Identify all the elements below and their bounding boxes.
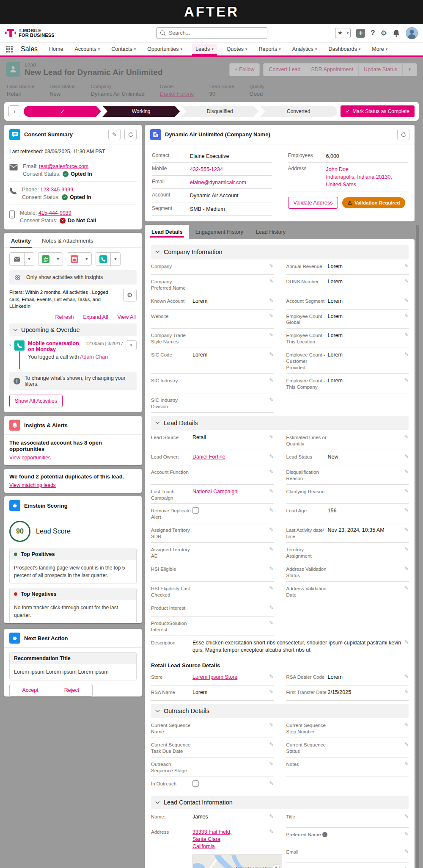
follow-button[interactable]: + Follow — [229, 63, 260, 76]
activity-settings-gear-icon[interactable]: ⚙ — [123, 289, 137, 301]
expand-all-link[interactable]: Expand All — [83, 314, 108, 320]
edit-pencil-icon[interactable]: ✎ — [269, 566, 273, 572]
accept-button[interactable]: Accept — [10, 684, 51, 696]
more-actions-caret-icon[interactable]: ▼ — [402, 64, 417, 76]
edit-pencil-icon[interactable]: ✎ — [269, 829, 273, 835]
edit-pencil-icon[interactable]: ✎ — [269, 434, 273, 440]
edit-pencil-icon[interactable]: ✎ — [269, 397, 273, 403]
edit-pencil-icon[interactable]: ✎ — [269, 527, 273, 533]
edit-pencil-icon[interactable]: ✎ — [269, 761, 273, 767]
edit-pencil-icon[interactable]: ✎ — [404, 831, 409, 837]
edit-pencil-icon[interactable]: ✎ — [404, 377, 409, 383]
nav-item-contacts[interactable]: Contacts▾ — [110, 44, 137, 54]
path-stage-complete[interactable]: ✓ — [24, 106, 101, 117]
edit-pencil-icon[interactable]: ✎ — [404, 674, 409, 680]
nav-item-quotes[interactable]: Quotes▾ — [225, 44, 249, 54]
nav-item-leads[interactable]: Leads▾ — [192, 44, 217, 55]
insights-filter-toggle[interactable]: Only show activities with insights — [9, 270, 137, 285]
path-stage-converted[interactable]: Converted — [260, 106, 337, 117]
refresh-icon[interactable] — [124, 129, 137, 140]
notifications-bell-icon[interactable] — [393, 29, 400, 37]
address-link[interactable]: John Doe Indianapolis, Indiana 20130, Un… — [326, 166, 392, 188]
dropdown-caret-icon[interactable]: ▼ — [53, 253, 63, 265]
edit-pencil-icon[interactable]: ✎ — [404, 298, 409, 304]
section-outreach-details[interactable]: Outreach Details — [151, 704, 409, 718]
tab-lead-details[interactable]: Lead Details — [145, 225, 189, 239]
mobile-link[interactable]: 432-555-1234 — [190, 166, 223, 173]
edit-pencil-icon[interactable]: ✎ — [108, 129, 121, 140]
edit-pencil-icon[interactable]: ✎ — [404, 434, 409, 440]
edit-pencil-icon[interactable]: ✎ — [404, 488, 409, 494]
address-link[interactable]: 33333 Fail Field, Santa Clara California — [192, 829, 266, 850]
dropdown-caret-icon[interactable]: ▼ — [82, 253, 91, 265]
favorites-star-icon[interactable]: ★ — [335, 29, 345, 37]
edit-pencil-icon[interactable]: ✎ — [404, 849, 409, 854]
nav-item-home[interactable]: Home — [47, 44, 65, 54]
view-opportunities-link[interactable]: View opportunities — [9, 455, 51, 461]
dropdown-caret-icon[interactable]: ▼ — [24, 253, 34, 265]
nav-item-opportunities[interactable]: Opportunities▾ — [146, 44, 184, 54]
edit-pencil-icon[interactable]: ✎ — [404, 585, 409, 591]
edit-pencil-icon[interactable]: ✎ — [269, 507, 273, 513]
edit-pencil-icon[interactable]: ✎ — [269, 313, 273, 319]
edit-pencil-icon[interactable]: ✎ — [269, 377, 273, 383]
checkbox[interactable] — [192, 780, 199, 787]
edit-pencil-icon[interactable]: ✎ — [404, 313, 409, 319]
email-link[interactable]: elaine@dynamicair.com — [190, 179, 246, 186]
nav-item-analytics[interactable]: Analytics▾ — [291, 44, 319, 54]
email-link[interactable]: test@salesforce.com — [39, 163, 88, 169]
edit-pencil-icon[interactable]: ✎ — [404, 332, 409, 338]
tab-activity[interactable]: Activity — [10, 233, 32, 248]
edit-pencil-icon[interactable]: ✎ — [404, 639, 409, 645]
edit-pencil-icon[interactable]: ✎ — [404, 453, 409, 459]
edit-pencil-icon[interactable]: ✎ — [404, 761, 409, 767]
section-lead-details[interactable]: Lead Details — [151, 416, 409, 430]
user-avatar[interactable] — [406, 27, 418, 39]
edit-pencil-icon[interactable]: ✎ — [269, 546, 273, 552]
edit-pencil-icon[interactable]: ✎ — [404, 527, 409, 533]
edit-pencil-icon[interactable]: ✎ — [269, 278, 273, 284]
edit-pencil-icon[interactable]: ✎ — [404, 507, 409, 513]
scrollbar[interactable] — [416, 225, 419, 868]
view-all-link[interactable]: View All — [117, 314, 136, 320]
nav-item-reports[interactable]: Reports▾ — [257, 44, 283, 54]
expand-chevron-icon[interactable]: › — [9, 342, 11, 369]
edit-pencil-icon[interactable]: ✎ — [269, 351, 273, 357]
reject-button[interactable]: Reject — [51, 684, 92, 696]
convert-lead-button[interactable]: Convert Lead — [264, 64, 305, 76]
address-map[interactable]: Avocado Lake Park Temporarily closed Kin… — [192, 854, 282, 868]
setup-gear-icon[interactable]: ⚙ — [381, 29, 387, 38]
sdr-appointment-button[interactable]: SDR Appointment — [306, 64, 358, 76]
validate-address-button[interactable]: Validate Address — [288, 197, 338, 209]
nav-item-accounts[interactable]: Accounts▾ — [73, 44, 102, 54]
log-call-button[interactable]: ▼ — [96, 252, 121, 266]
search-input[interactable] — [157, 27, 267, 39]
upcoming-overdue-section[interactable]: Upcoming & Overdue — [9, 323, 137, 336]
app-launcher-icon[interactable] — [6, 46, 13, 53]
edit-pencil-icon[interactable]: ✎ — [404, 813, 409, 819]
path-stage-disqualified[interactable]: Disqualified — [181, 106, 258, 117]
favorites-caret-icon[interactable]: ▾ — [345, 31, 351, 35]
checkbox[interactable] — [192, 507, 199, 514]
edit-pencil-icon[interactable]: ✎ — [269, 332, 273, 338]
favorites-control[interactable]: ★ ▾ — [335, 28, 351, 38]
edit-pencil-icon[interactable]: ✎ — [404, 722, 409, 728]
activity-title-link[interactable]: Mobile conversation on Monday — [28, 340, 83, 352]
view-matching-leads-link[interactable]: View matching leads — [9, 482, 56, 488]
edit-pencil-icon[interactable]: ✎ — [404, 741, 409, 747]
edit-pencil-icon[interactable]: ✎ — [404, 351, 409, 357]
edit-pencil-icon[interactable]: ✎ — [269, 741, 273, 747]
tab-notes-attachments[interactable]: Notes & Attachments — [41, 233, 94, 247]
edit-pencil-icon[interactable]: ✎ — [269, 585, 273, 591]
edit-pencil-icon[interactable]: ✎ — [269, 488, 273, 494]
tab-engagement-history[interactable]: Engagement History — [189, 225, 250, 239]
contact-link[interactable]: Adam Chan — [80, 354, 108, 360]
edit-pencil-icon[interactable]: ✎ — [269, 298, 273, 304]
dropdown-caret-icon[interactable]: ▼ — [110, 253, 120, 265]
nav-item-dashboards[interactable]: Dashboards▾ — [327, 44, 362, 54]
app-name[interactable]: Sales — [21, 45, 38, 53]
tab-lead-history[interactable]: Lead History — [250, 225, 292, 239]
new-email-button[interactable]: ▼ — [9, 252, 34, 266]
edit-pencil-icon[interactable]: ✎ — [269, 469, 273, 475]
new-event-button[interactable]: ▼ — [67, 252, 92, 266]
